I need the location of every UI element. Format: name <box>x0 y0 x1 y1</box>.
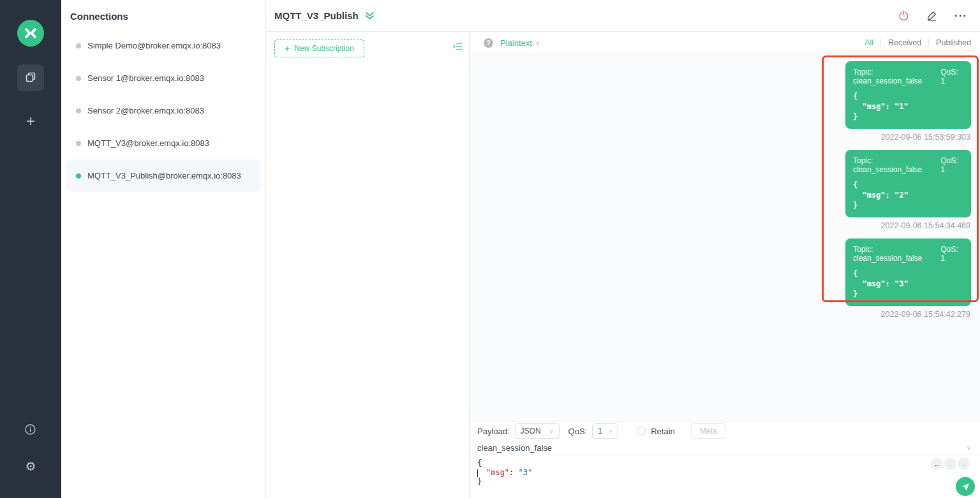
status-dot-connected <box>76 173 81 179</box>
radio-circle-icon <box>637 427 646 436</box>
info-icon <box>25 424 36 435</box>
connection-label: MQTT_V3_Publish@broker.emqx.io:8083 <box>87 171 241 180</box>
connection-title: MQTT_V3_Publish <box>274 10 359 21</box>
editor-line: { <box>477 458 980 468</box>
filter-published[interactable]: Published <box>936 38 971 47</box>
retain-label: Retain <box>651 427 675 436</box>
power-icon <box>898 10 909 21</box>
logo-x-glyph <box>23 26 38 41</box>
arrow-right-icon: → <box>960 460 967 468</box>
message-timestamp: 2022-09-06 15:54:34:469 <box>881 221 970 230</box>
json-value: "3" <box>519 468 533 477</box>
settings-button[interactable]: ⚙ <box>25 460 36 472</box>
sidebar-item-connections[interactable] <box>17 64 44 91</box>
status-dot <box>76 108 81 114</box>
status-dot <box>76 141 81 146</box>
message-topic: Topic: clean_session_false <box>853 245 940 263</box>
double-chevron-down-icon <box>365 11 375 20</box>
disconnect-button[interactable] <box>898 10 909 21</box>
history-back-button[interactable]: ← <box>931 458 943 470</box>
message-payload: { "msg": "3" } <box>853 268 963 299</box>
send-button[interactable] <box>956 477 975 496</box>
editor-line: "msg": "3" <box>477 468 980 478</box>
payload-type-select[interactable]: JSON ∨ <box>515 423 560 439</box>
history-current-button[interactable]: – <box>944 458 956 470</box>
messages-scroll-area[interactable]: Topic: clean_session_false QoS: 1 { "msg… <box>470 54 980 421</box>
new-subscription-button[interactable]: + New Subscription <box>274 40 364 57</box>
connection-label: Simple Demo@broker.emqx.io:8083 <box>87 41 221 50</box>
payload-label: Payload: <box>477 427 510 436</box>
connection-label: MQTT_V3@broker.emqx.io:8083 <box>87 138 209 148</box>
messages-toolbar: ? Plaintext ∨ All Received Published <box>470 32 980 54</box>
edit-connection-button[interactable] <box>926 10 937 21</box>
connection-item-sensor-1[interactable]: Sensor 1@broker.emqx.io:8083 <box>61 62 265 94</box>
message-qos: QoS: 1 <box>940 68 963 85</box>
filter-divider <box>880 39 881 47</box>
chevron-down-icon[interactable]: ∨ <box>535 40 540 47</box>
new-subscription-label: New Subscription <box>294 44 353 53</box>
published-message-bubble: Topic: clean_session_false QoS: 1 { "msg… <box>845 238 971 306</box>
payload-view-select[interactable]: Plaintext <box>500 38 532 48</box>
publish-panel: Payload: JSON ∨ QoS: 1 ∨ Retain <box>470 421 980 498</box>
connection-item-sensor-2[interactable]: Sensor 2@broker.emqx.io:8083 <box>61 94 265 127</box>
published-message-bubble: Topic: clean_session_false QoS: 1 { "msg… <box>845 150 971 217</box>
new-connection-button[interactable]: + <box>17 108 44 135</box>
editor-line: } <box>477 477 980 487</box>
filter-divider <box>928 39 929 47</box>
json-key: "msg" <box>486 468 509 477</box>
payload-help-button[interactable]: ? <box>484 38 493 48</box>
connection-item-mqtt-v3[interactable]: MQTT_V3@broker.emqx.io:8083 <box>61 127 265 159</box>
connection-item-simple-demo[interactable]: Simple Demo@broker.emqx.io:8083 <box>61 29 265 62</box>
connection-details-toggle[interactable] <box>365 11 375 20</box>
connections-panel-title: Connections <box>61 0 265 29</box>
qos-select[interactable]: 1 ∨ <box>592 423 618 439</box>
message-topic: Topic: clean_session_false <box>853 68 940 85</box>
filter-received[interactable]: Received <box>888 38 921 47</box>
main-panel: MQTT_V3_Publish <box>266 0 980 498</box>
ellipsis-icon: ··· <box>954 13 967 19</box>
chevron-down-icon: ∨ <box>609 428 613 434</box>
connection-label: Sensor 2@broker.emqx.io:8083 <box>87 106 204 115</box>
connections-panel: Connections Simple Demo@broker.emqx.io:8… <box>61 0 266 498</box>
connection-label: Sensor 1@broker.emqx.io:8083 <box>87 73 204 83</box>
qos-value: 1 <box>598 427 602 436</box>
more-options-button[interactable]: ··· <box>954 13 967 19</box>
mqttx-app: + ⚙ Connections Simple Demo@broker.emqx.… <box>0 0 980 498</box>
status-dot <box>76 43 81 48</box>
connection-header: MQTT_V3_Publish <box>266 0 980 32</box>
history-forward-button[interactable]: → <box>958 458 970 470</box>
question-mark-icon: ? <box>486 40 490 47</box>
message-payload: { "msg": "1" } <box>853 91 963 122</box>
plus-icon: + <box>285 45 290 52</box>
collapse-publish-chevron-icon[interactable]: ∨ <box>967 444 971 451</box>
connection-item-mqtt-v3-publish[interactable]: MQTT_V3_Publish@broker.emqx.io:8083 <box>66 159 260 192</box>
chevron-down-icon: ∨ <box>549 428 554 434</box>
pencil-icon <box>926 10 937 21</box>
topic-input[interactable] <box>477 443 967 453</box>
meta-button[interactable]: Meta <box>691 423 726 439</box>
subscriptions-panel: + New Subscription <box>266 32 470 498</box>
gear-icon: ⚙ <box>25 460 36 473</box>
message-list: Topic: clean_session_false QoS: 1 { "msg… <box>845 61 971 327</box>
messages-panel: ? Plaintext ∨ All Received Published <box>470 32 980 498</box>
mqttx-logo <box>17 20 44 47</box>
message-filters: All Received Published <box>865 38 971 47</box>
message-qos: QoS: 1 <box>940 245 963 263</box>
status-dot <box>76 76 81 81</box>
about-button[interactable] <box>25 424 36 435</box>
retain-checkbox[interactable]: Retain <box>637 427 675 436</box>
payload-history-nav: ← – → <box>931 458 970 470</box>
qos-label: QoS: <box>568 427 588 436</box>
message-payload: { "msg": "2" } <box>853 180 963 210</box>
payload-editor[interactable]: { "msg": "3" } ← – → <box>470 455 980 498</box>
arrow-left-icon: ← <box>933 460 940 468</box>
message-qos: QoS: 1 <box>940 156 963 174</box>
filter-all[interactable]: All <box>865 38 873 47</box>
connections-icon <box>24 71 37 85</box>
published-message-bubble: Topic: clean_session_false QoS: 1 { "msg… <box>845 61 971 129</box>
payload-type-value: JSON <box>521 427 541 436</box>
message-timestamp: 2022-09-06 15:53:59:303 <box>881 133 970 142</box>
nav-rail: + ⚙ <box>0 0 61 498</box>
plus-icon: + <box>26 112 35 130</box>
collapse-subscriptions-button[interactable] <box>452 42 463 51</box>
